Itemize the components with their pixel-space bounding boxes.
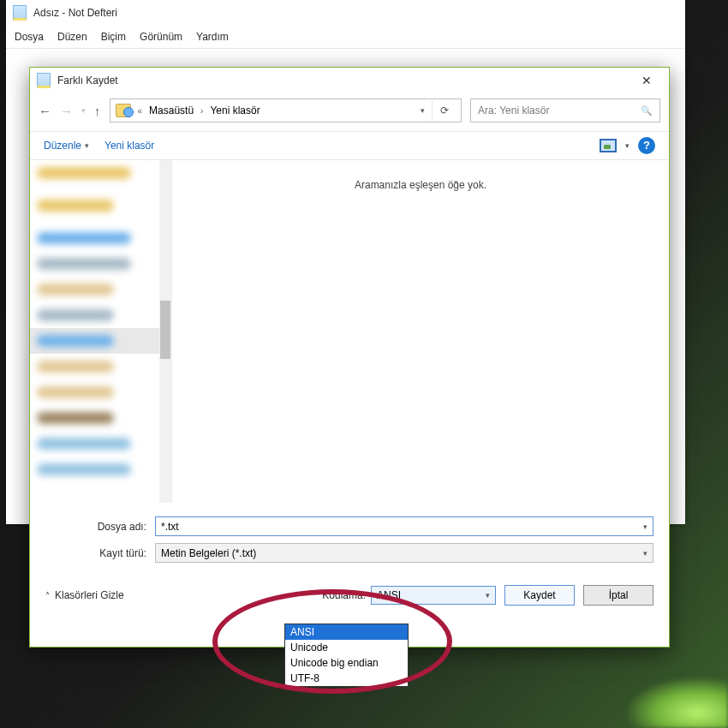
address-dropdown-icon[interactable]: ▾ (421, 106, 425, 115)
tree-item[interactable] (30, 405, 171, 431)
view-dropdown-icon[interactable]: ▾ (625, 141, 630, 150)
dialog-toolbar: Düzenle▾ Yeni klasör ▾ ? (30, 131, 669, 160)
address-bar[interactable]: « Masaüstü › Yeni klasör ▾ ⟳ (110, 98, 462, 122)
tree-item-selected[interactable] (30, 328, 171, 354)
notepad-menubar: Dosya Düzen Biçim Görünüm Yardım (6, 26, 685, 48)
save-as-dialog: Farklı Kaydet ✕ ← → ▾ ↑ « Masaüstü › Yen… (29, 67, 670, 647)
menu-format[interactable]: Biçim (101, 31, 126, 43)
tree-item[interactable] (30, 225, 171, 251)
encoding-option-ansi[interactable]: ANSI (285, 624, 408, 640)
tree-item[interactable] (30, 431, 171, 456)
notepad-separator (6, 48, 685, 49)
up-button[interactable]: ↑ (94, 104, 101, 118)
filetype-select[interactable]: Metin Belgeleri (*.txt) ▾ (155, 543, 653, 563)
filename-value: *.txt (161, 521, 179, 533)
chevron-down-icon: ▾ (85, 141, 89, 150)
nav-buttons: ← → ▾ ↑ (39, 104, 101, 118)
view-mode-icon[interactable] (600, 139, 617, 152)
dialog-icon (37, 73, 51, 88)
search-icon: 🔍 (641, 105, 653, 116)
encoding-option-unicode-be[interactable]: Unicode big endian (285, 655, 408, 671)
dialog-titlebar[interactable]: Farklı Kaydet ✕ (30, 68, 669, 93)
view-controls: ▾ ? (600, 137, 655, 154)
tree-item[interactable] (30, 456, 171, 482)
refresh-button[interactable]: ⟳ (432, 98, 456, 122)
encoding-select[interactable]: ANSI ▾ (371, 586, 496, 605)
hide-folders-button[interactable]: ˄ Klasörleri Gizle (45, 589, 124, 601)
organize-button[interactable]: Düzenle▾ (44, 140, 89, 152)
nav-tree[interactable] (30, 160, 172, 503)
chevron-icon: › (200, 106, 203, 116)
empty-message: Aramanızla eşleşen öğe yok. (355, 179, 486, 503)
encoding-option-utf8[interactable]: UTF-8 (285, 671, 408, 686)
forward-button[interactable]: → (60, 104, 73, 118)
menu-file[interactable]: Dosya (15, 31, 44, 43)
tree-item[interactable] (30, 277, 171, 302)
notepad-icon (13, 5, 27, 21)
dialog-title: Farklı Kaydet (57, 75, 631, 87)
encoding-dropdown-icon[interactable]: ▾ (486, 591, 490, 600)
close-button[interactable]: ✕ (631, 70, 662, 91)
filename-dropdown-icon[interactable]: ▾ (643, 522, 647, 531)
notepad-title: Adsız - Not Defteri (33, 7, 117, 19)
filetype-value: Metin Belgeleri (*.txt) (161, 547, 256, 559)
breadcrumb-part2[interactable]: Yeni klasör (210, 104, 260, 116)
new-folder-button[interactable]: Yeni klasör (104, 140, 154, 152)
tree-item[interactable] (30, 160, 171, 186)
history-dropdown[interactable]: ▾ (81, 106, 86, 115)
encoding-value: ANSI (377, 589, 401, 601)
chevron-up-icon: ˄ (45, 591, 50, 600)
dialog-footer: Dosya adı: *.txt ▾ Kayıt türü: Metin Bel… (30, 503, 669, 616)
scrollbar-thumb[interactable] (160, 301, 170, 359)
menu-help[interactable]: Yardım (196, 31, 229, 43)
encoding-label: Kodlama: (322, 589, 371, 601)
hide-folders-label: Klasörleri Gizle (55, 589, 124, 601)
filename-input[interactable]: *.txt ▾ (155, 516, 653, 536)
encoding-option-unicode[interactable]: Unicode (285, 640, 408, 655)
tree-item[interactable] (30, 354, 171, 379)
dialog-body: Aramanızla eşleşen öğe yok. (30, 160, 669, 503)
menu-edit[interactable]: Düzen (57, 31, 87, 43)
filename-label: Dosya adı: (45, 521, 155, 533)
notepad-titlebar: Adsız - Not Defteri (6, 0, 685, 26)
cancel-button[interactable]: İptal (583, 585, 653, 606)
encoding-dropdown-list[interactable]: ANSI Unicode Unicode big endian UTF-8 (284, 624, 409, 687)
filetype-label: Kayıt türü: (45, 547, 155, 559)
breadcrumb-part1[interactable]: Masaüstü (149, 104, 194, 116)
nav-row: ← → ▾ ↑ « Masaüstü › Yeni klasör ▾ ⟳ Ara… (30, 93, 669, 131)
tree-item[interactable] (30, 251, 171, 277)
history-caret-icon: « (138, 106, 143, 116)
tree-item[interactable] (30, 379, 171, 405)
filetype-dropdown-icon[interactable]: ▾ (643, 549, 647, 558)
tree-item[interactable] (30, 302, 171, 328)
menu-view[interactable]: Görünüm (140, 31, 182, 43)
save-button[interactable]: Kaydet (504, 585, 575, 606)
file-list-pane[interactable]: Aramanızla eşleşen öğe yok. (172, 160, 669, 503)
tree-item[interactable] (30, 193, 171, 218)
search-placeholder: Ara: Yeni klasör (478, 104, 549, 116)
folder-icon (116, 104, 131, 117)
back-button[interactable]: ← (39, 104, 51, 118)
search-input[interactable]: Ara: Yeni klasör 🔍 (470, 98, 660, 122)
help-button[interactable]: ? (638, 137, 655, 154)
